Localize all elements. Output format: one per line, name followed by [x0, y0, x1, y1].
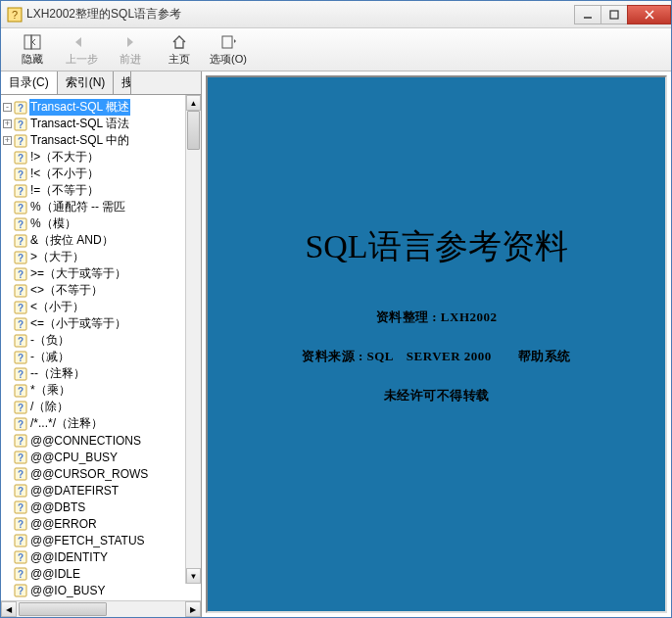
help-page-icon: ? [14, 201, 27, 214]
svg-text:?: ? [18, 269, 24, 280]
tree-item[interactable]: ?*（乘） [3, 382, 185, 399]
svg-rect-8 [222, 36, 232, 48]
tree-item-label: *（乘） [29, 382, 72, 399]
tree-item-label: %（模） [29, 215, 77, 232]
tree-item-label: &（按位 AND） [29, 232, 115, 249]
tree-item-label: --（注释） [29, 365, 86, 382]
help-page-icon: ? [14, 401, 27, 414]
tree-item[interactable]: ?%（模） [3, 215, 185, 232]
tree-item[interactable]: ?@@IO_BUSY [3, 582, 185, 598]
tree-item[interactable]: ?!=（不等于） [3, 182, 185, 199]
tree-item-label: !>（不大于） [29, 149, 100, 166]
scroll-down-icon[interactable]: ▼ [186, 568, 201, 584]
tree-item[interactable]: ?!<（不小于） [3, 166, 185, 182]
doc-line-author: 资料整理 : LXH2002 [376, 309, 498, 326]
svg-text:?: ? [18, 303, 24, 313]
tree-item[interactable]: ?/（除） [3, 399, 185, 415]
doc-line-notice: 未经许可不得转载 [384, 387, 490, 404]
tree-item[interactable]: ?%（通配符 -- 需匹 [3, 199, 185, 215]
svg-text:?: ? [18, 369, 24, 380]
svg-text:?: ? [18, 136, 24, 147]
tree-item[interactable]: ?--（注释） [3, 365, 185, 382]
options-label: 选项(O) [210, 52, 247, 67]
tree-item-label: @@IDENTITY [29, 550, 109, 564]
svg-text:?: ? [18, 436, 24, 447]
hscroll-thumb[interactable] [19, 602, 107, 616]
tree-item[interactable]: ?@@CURSOR_ROWS [3, 465, 185, 482]
help-page-icon: ? [14, 417, 27, 431]
home-button[interactable]: 主页 [158, 30, 201, 70]
expand-box-icon[interactable]: + [3, 119, 12, 128]
tree-item[interactable]: ?@@IDLE [3, 565, 185, 582]
tree-item[interactable]: +?Transact-SQL 中的 [3, 132, 185, 149]
tree-item[interactable]: ?@@ERROR [3, 515, 185, 532]
svg-text:?: ? [18, 153, 24, 164]
hide-button[interactable]: 隐藏 [11, 30, 54, 70]
tree-item[interactable]: ?>（大于） [3, 249, 185, 265]
help-page-icon: ? [14, 184, 27, 198]
minimize-button[interactable] [574, 5, 601, 24]
tab-index[interactable]: 索引(N) [58, 71, 115, 94]
tree-item[interactable]: ?>=（大于或等于） [3, 265, 185, 282]
help-page-icon: ? [14, 251, 27, 264]
tree-item[interactable]: ?<（小于） [3, 299, 185, 315]
tree-item[interactable]: ?<=（小于或等于） [3, 315, 185, 332]
expand-box-icon[interactable]: + [3, 136, 12, 145]
help-page-icon: ? [14, 217, 27, 231]
tree-item[interactable]: -?Transact-SQL 概述 [3, 99, 185, 116]
home-icon [170, 32, 188, 52]
tree-item[interactable]: ?!>（不大于） [3, 149, 185, 166]
scroll-right-icon[interactable]: ▶ [185, 601, 201, 617]
tree-item[interactable]: ?@@FETCH_STATUS [3, 532, 185, 548]
svg-text:?: ? [18, 236, 24, 247]
horizontal-scrollbar[interactable]: ◀ ▶ [1, 600, 201, 617]
doc-line-source: 资料来源 : SQL SERVER 2000 帮助系统 [302, 348, 571, 365]
svg-text:?: ? [18, 452, 24, 463]
vertical-scrollbar[interactable]: ▲ ▼ [185, 95, 201, 584]
scroll-thumb[interactable] [187, 111, 200, 150]
tree-item[interactable]: ?/*...*/（注释） [3, 415, 185, 432]
tree-item[interactable]: ?@@DATEFIRST [3, 482, 185, 499]
options-button[interactable]: 选项(O) [207, 30, 250, 70]
window-buttons [575, 5, 671, 24]
tree-item[interactable]: ?@@DBTS [3, 499, 185, 515]
expand-box-icon[interactable]: - [3, 103, 12, 112]
help-page-icon: ? [14, 550, 27, 564]
tab-contents[interactable]: 目录(C) [1, 71, 58, 94]
maximize-button[interactable] [600, 5, 628, 24]
close-button[interactable] [627, 5, 671, 24]
scroll-up-icon[interactable]: ▲ [186, 95, 201, 111]
tree-item[interactable]: ?@@CONNECTIONS [3, 432, 185, 449]
svg-text:?: ? [18, 186, 24, 197]
hscroll-track[interactable] [17, 601, 185, 617]
tree-item-label: /（除） [29, 399, 70, 415]
tree-item[interactable]: ?<>（不等于） [3, 282, 185, 299]
scroll-left-icon[interactable]: ◀ [1, 601, 17, 617]
options-icon [219, 32, 237, 52]
svg-text:?: ? [18, 203, 24, 214]
toolbar: 隐藏 上一步 前进 主页 选项(O) [1, 28, 671, 71]
help-page-icon: ? [14, 567, 27, 581]
tree-item[interactable]: ?&（按位 AND） [3, 232, 185, 249]
back-label: 上一步 [66, 52, 98, 67]
tree-item-label: -（减） [29, 349, 71, 365]
tree-item[interactable]: ?@@CPU_BUSY [3, 449, 185, 465]
forward-button[interactable]: 前进 [109, 30, 152, 70]
document-view: SQL语言参考资料 资料整理 : LXH2002 资料来源 : SQL SERV… [206, 75, 667, 613]
tree-item[interactable]: ?-（减） [3, 349, 185, 365]
window-title: LXH2002整理的SQL语言参考 [26, 6, 575, 23]
tree-item-label: Transact-SQL 语法 [29, 116, 130, 132]
tree-item[interactable]: ?-（负） [3, 332, 185, 349]
scroll-track[interactable] [186, 111, 201, 568]
tree-item-label: /*...*/（注释） [29, 415, 104, 432]
help-page-icon: ? [14, 434, 27, 448]
help-page-icon: ? [14, 367, 27, 381]
svg-text:?: ? [18, 569, 24, 580]
tree-item[interactable]: +?Transact-SQL 语法 [3, 116, 185, 132]
tree-item-label: !=（不等于） [29, 182, 100, 199]
back-button[interactable]: 上一步 [60, 30, 103, 70]
tree-item-label: @@DBTS [29, 500, 86, 514]
tree-item[interactable]: ?@@IDENTITY [3, 548, 185, 565]
tab-search[interactable]: 搜 [114, 71, 131, 94]
help-page-icon: ? [14, 134, 27, 148]
